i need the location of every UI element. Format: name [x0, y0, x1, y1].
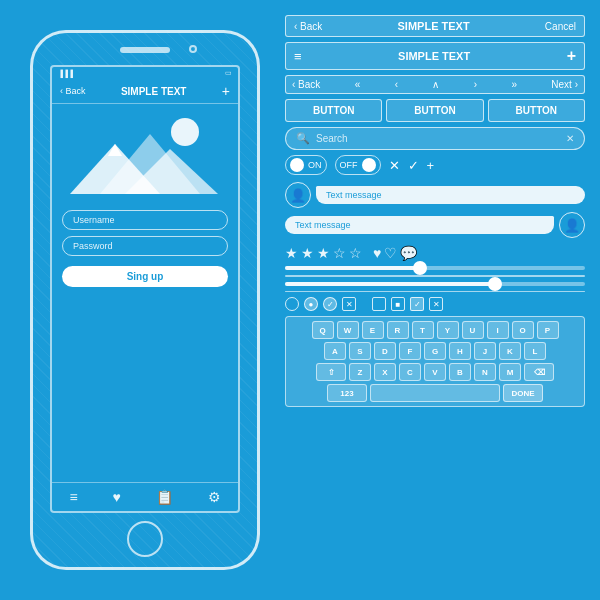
- key-w[interactable]: W: [337, 321, 359, 339]
- key-p[interactable]: P: [537, 321, 559, 339]
- key-q[interactable]: Q: [312, 321, 334, 339]
- toggle-on[interactable]: ON: [285, 155, 327, 175]
- pg-next-next[interactable]: »: [511, 79, 517, 90]
- kb-row-3: ⇧ Z X C V B N M ⌫: [290, 363, 580, 381]
- key-f[interactable]: F: [399, 342, 421, 360]
- username-field[interactable]: Username: [62, 210, 228, 230]
- pg-prev[interactable]: ‹: [395, 79, 398, 90]
- key-g[interactable]: G: [424, 342, 446, 360]
- cb-square-filled[interactable]: ■: [391, 297, 405, 311]
- key-i[interactable]: I: [487, 321, 509, 339]
- heart-filled-icon[interactable]: ♥: [373, 245, 381, 261]
- radio-2[interactable]: ●: [304, 297, 318, 311]
- key-c[interactable]: C: [399, 363, 421, 381]
- star-2[interactable]: ★: [301, 245, 314, 261]
- nav1-back[interactable]: ‹ Back: [294, 21, 322, 32]
- key-space[interactable]: [370, 384, 500, 402]
- nav-bar-1: ‹ Back SIMPLE TEXT Cancel: [285, 15, 585, 37]
- nav1-title: SIMPLE TEXT: [398, 20, 470, 32]
- button-2[interactable]: BUTTON: [386, 99, 483, 122]
- key-123[interactable]: 123: [327, 384, 367, 402]
- checkboxes-row: ● ✓ ✕ ■ ✓ ✕: [285, 297, 585, 311]
- signup-button[interactable]: Sing up: [62, 266, 228, 287]
- toggle-off-label: OFF: [340, 160, 358, 170]
- key-d[interactable]: D: [374, 342, 396, 360]
- key-k[interactable]: K: [499, 342, 521, 360]
- search-clear-button[interactable]: ✕: [566, 133, 574, 144]
- ui-kit-panel: ‹ Back SIMPLE TEXT Cancel ≡ SIMPLE TEXT …: [285, 15, 585, 407]
- key-b[interactable]: B: [449, 363, 471, 381]
- heart-icon[interactable]: ♥: [112, 489, 120, 505]
- pg-next[interactable]: Next ›: [551, 79, 578, 90]
- key-r[interactable]: R: [387, 321, 409, 339]
- divider-2: [285, 291, 585, 293]
- key-j[interactable]: J: [474, 342, 496, 360]
- cb-checked[interactable]: ✓: [410, 297, 424, 311]
- phone-add-button[interactable]: +: [222, 83, 230, 99]
- star-4[interactable]: ☆: [333, 245, 346, 261]
- nav2-add-button[interactable]: +: [567, 47, 576, 65]
- toggle-off[interactable]: OFF: [335, 155, 381, 175]
- mountains-svg: [70, 114, 220, 199]
- password-field[interactable]: Password: [62, 236, 228, 256]
- star-3[interactable]: ★: [317, 245, 330, 261]
- cb-empty[interactable]: [372, 297, 386, 311]
- pg-down[interactable]: ›: [474, 79, 477, 90]
- rating-row: ★ ★ ★ ☆ ☆ ♥ ♡ 💬: [285, 245, 585, 261]
- key-a[interactable]: A: [324, 342, 346, 360]
- key-x[interactable]: X: [374, 363, 396, 381]
- home-button[interactable]: [127, 521, 163, 557]
- bubble-2: Text message: [285, 216, 554, 234]
- star-5[interactable]: ☆: [349, 245, 362, 261]
- toggle-on-knob: [290, 158, 304, 172]
- nav2-menu-icon[interactable]: ≡: [294, 49, 302, 64]
- settings-icon[interactable]: ⚙: [208, 489, 221, 505]
- pg-prev-prev[interactable]: «: [355, 79, 361, 90]
- toggles-row: ON OFF ✕ ✓ +: [285, 155, 585, 175]
- radio-3-check[interactable]: ✓: [323, 297, 337, 311]
- star-1[interactable]: ★: [285, 245, 298, 261]
- phone-body: ▐▐▐ ▭ ‹ Back SIMPLE TEXT +: [30, 30, 260, 570]
- search-bar[interactable]: 🔍 Search ✕: [285, 127, 585, 150]
- toggle-off-knob: [362, 158, 376, 172]
- key-v[interactable]: V: [424, 363, 446, 381]
- bubble-1: Text message: [316, 186, 585, 204]
- key-shift[interactable]: ⇧: [316, 363, 346, 381]
- key-done[interactable]: DONE: [503, 384, 543, 402]
- radio-1[interactable]: [285, 297, 299, 311]
- key-y[interactable]: Y: [437, 321, 459, 339]
- menu-icon[interactable]: ≡: [69, 489, 77, 505]
- key-m[interactable]: M: [499, 363, 521, 381]
- notes-icon[interactable]: 📋: [156, 489, 173, 505]
- key-z[interactable]: Z: [349, 363, 371, 381]
- pg-back[interactable]: ‹ Back: [292, 79, 320, 90]
- key-o[interactable]: O: [512, 321, 534, 339]
- chat-bubble-icon[interactable]: 💬: [400, 245, 417, 261]
- key-l[interactable]: L: [524, 342, 546, 360]
- button-1[interactable]: BUTTON: [285, 99, 382, 122]
- phone-mockup: ▐▐▐ ▭ ‹ Back SIMPLE TEXT +: [30, 30, 260, 570]
- heart-outline-icon[interactable]: ♡: [384, 245, 397, 261]
- phone-image-area: [52, 104, 238, 204]
- phone-back-button[interactable]: ‹ Back: [60, 86, 86, 96]
- pg-up[interactable]: ∧: [432, 79, 439, 90]
- battery-icon: ▭: [225, 69, 232, 77]
- buttons-row: BUTTON BUTTON BUTTON: [285, 99, 585, 122]
- key-t[interactable]: T: [412, 321, 434, 339]
- chat-msg-1: 👤 Text message: [285, 182, 585, 208]
- slider-1[interactable]: [285, 266, 585, 270]
- nav1-cancel-button[interactable]: Cancel: [545, 21, 576, 32]
- key-e[interactable]: E: [362, 321, 384, 339]
- key-delete[interactable]: ⌫: [524, 363, 554, 381]
- search-icon: 🔍: [296, 132, 310, 145]
- key-h[interactable]: H: [449, 342, 471, 360]
- key-u[interactable]: U: [462, 321, 484, 339]
- cb-x[interactable]: ✕: [342, 297, 356, 311]
- phone-form: Username Password Sing up: [52, 204, 238, 293]
- slider-2[interactable]: [285, 282, 585, 286]
- key-n[interactable]: N: [474, 363, 496, 381]
- key-s[interactable]: S: [349, 342, 371, 360]
- button-3[interactable]: BUTTON: [488, 99, 585, 122]
- cb-x2[interactable]: ✕: [429, 297, 443, 311]
- toggle-on-label: ON: [308, 160, 322, 170]
